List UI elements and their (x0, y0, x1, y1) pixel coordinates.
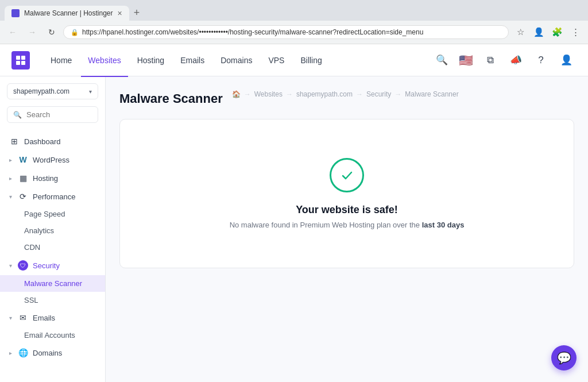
sidebar-item-hosting[interactable]: ▸ ▦ Hosting (0, 169, 105, 187)
menu-button[interactable]: ⋮ (567, 24, 583, 40)
svg-rect-3 (21, 61, 25, 65)
breadcrumb-websites[interactable]: Websites (254, 90, 283, 98)
sidebar-item-label: WordPress (33, 156, 69, 164)
account-button[interactable]: 👤 (556, 50, 577, 71)
chevron-down-icon: ▾ (9, 263, 12, 269)
sidebar-item-ssl[interactable]: SSL (0, 292, 105, 308)
chevron-down-icon: ▾ (89, 88, 92, 95)
search-box[interactable]: 🔍 (7, 106, 98, 123)
svg-rect-1 (21, 56, 25, 60)
nav-hosting[interactable]: Hosting (130, 51, 171, 70)
sidebar-item-email-accounts[interactable]: Email Accounts (0, 327, 105, 344)
browser-tabs: Malware Scanner | Hostinger × + (0, 0, 588, 21)
sidebar-item-label: Domains (33, 349, 62, 357)
sidebar: shapemypath.com ▾ 🔍 ⊞ Dashboard ▸ W Word… (0, 76, 106, 382)
address-bar[interactable]: 🔒 https://hpanel.hostinger.com/websites/… (63, 25, 509, 39)
svg-rect-0 (16, 56, 20, 60)
tab-title: Malware Scanner | Hostinger (24, 9, 113, 17)
sidebar-item-label: Dashboard (24, 137, 61, 146)
scanner-headline: Your website is safe! (296, 204, 398, 216)
sidebar-item-cdn[interactable]: CDN (0, 239, 105, 256)
language-selector[interactable]: 🇺🇸 (457, 51, 475, 70)
tab-close-button[interactable]: × (118, 9, 122, 17)
chevron-right-icon: ▸ (9, 350, 12, 356)
domains-icon: 🌐 (18, 348, 28, 357)
logo-icon (11, 51, 30, 70)
forward-button[interactable]: → (24, 24, 40, 40)
sidebar-item-dashboard[interactable]: ⊞ Dashboard (0, 132, 105, 151)
notifications-button[interactable]: 📣 (505, 50, 526, 71)
sidebar-item-wordpress[interactable]: ▸ W WordPress (0, 151, 105, 169)
sidebar-item-domains[interactable]: ▸ 🌐 Domains (0, 344, 105, 362)
sidebar-item-security[interactable]: ▾ 🛡 Security (0, 256, 105, 275)
search-button[interactable]: 🔍 (431, 50, 452, 71)
nav-actions: 🔍 🇺🇸 ⧉ 📣 ? 👤 (431, 50, 577, 71)
bookmark-button[interactable]: ☆ (512, 24, 528, 40)
sidebar-item-label: Performance (33, 192, 75, 201)
nav-domains[interactable]: Domains (214, 51, 259, 70)
performance-icon: ⟳ (18, 192, 28, 201)
breadcrumb: 🏠 → Websites → shapemypath.com → Securit… (232, 90, 459, 98)
toolbar-actions: ☆ 👤 🧩 ⋮ (512, 24, 583, 40)
emails-icon: ✉ (18, 313, 28, 322)
chevron-right-icon: ▸ (9, 157, 12, 163)
extensions-button[interactable]: 🧩 (549, 24, 565, 40)
scanner-card: Your website is safe! No malware found i… (119, 119, 574, 268)
page-title-row: Malware Scanner 🏠 → Websites → shapemypa… (119, 90, 574, 107)
page-content: Malware Scanner 🏠 → Websites → shapemypa… (106, 76, 588, 382)
chevron-right-icon: ▸ (9, 175, 12, 182)
scanner-description: No malware found in Premium Web Hosting … (230, 221, 465, 229)
hosting-icon: ▦ (18, 173, 28, 183)
nav-emails[interactable]: Emails (173, 51, 211, 70)
nav-websites[interactable]: Websites (81, 51, 127, 70)
lock-icon: 🔒 (71, 29, 79, 36)
chevron-down-icon: ▾ (9, 315, 12, 321)
search-icon: 🔍 (13, 111, 22, 119)
breadcrumb-security[interactable]: Security (366, 90, 391, 98)
reload-button[interactable]: ↻ (44, 24, 60, 40)
browser-tab[interactable]: Malware Scanner | Hostinger × (5, 6, 129, 21)
nav-home[interactable]: Home (44, 51, 79, 70)
nav-links: Home Websites Hosting Emails Domains VPS… (44, 51, 431, 70)
back-button[interactable]: ← (5, 24, 21, 40)
top-nav: Home Websites Hosting Emails Domains VPS… (0, 44, 588, 76)
sidebar-item-emails[interactable]: ▾ ✉ Emails (0, 308, 105, 327)
wordpress-icon: W (18, 155, 28, 164)
breadcrumb-domain[interactable]: shapemypath.com (296, 90, 353, 98)
logo (11, 51, 30, 70)
sidebar-item-performance[interactable]: ▾ ⟳ Performance (0, 187, 105, 206)
domain-name: shapemypath.com (13, 87, 69, 95)
sidebar-item-label: Hosting (33, 174, 58, 183)
sidebar-item-analytics[interactable]: Analytics (0, 222, 105, 239)
new-tab-button[interactable]: + (129, 5, 145, 21)
success-icon (330, 158, 364, 192)
breadcrumb-home: 🏠 (232, 90, 241, 98)
page-title: Malware Scanner (119, 91, 223, 106)
sidebar-item-label: Emails (33, 314, 55, 322)
dashboard-icon: ⊞ (9, 137, 20, 146)
sidebar-item-malware-scanner[interactable]: Malware Scanner (0, 275, 105, 292)
help-button[interactable]: ? (531, 50, 551, 71)
domain-selector[interactable]: shapemypath.com ▾ (7, 83, 98, 99)
search-input[interactable] (26, 110, 92, 119)
chat-button[interactable]: 💬 (551, 345, 577, 371)
browser-toolbar: ← → ↻ 🔒 https://hpanel.hostinger.com/web… (0, 21, 588, 44)
url-text: https://hpanel.hostinger.com/websites/••… (82, 28, 501, 36)
profile-button[interactable]: 👤 (531, 24, 547, 40)
windows-button[interactable]: ⧉ (480, 50, 501, 71)
sidebar-item-page-speed[interactable]: Page Speed (0, 206, 105, 222)
svg-rect-2 (16, 61, 20, 65)
app: Home Websites Hosting Emails Domains VPS… (0, 44, 588, 382)
main-content: shapemypath.com ▾ 🔍 ⊞ Dashboard ▸ W Word… (0, 76, 588, 382)
tab-favicon (11, 9, 20, 17)
chevron-down-icon: ▾ (9, 194, 12, 200)
breadcrumb-current: Malware Scanner (405, 90, 458, 98)
security-icon: 🛡 (18, 260, 28, 271)
nav-billing[interactable]: Billing (293, 51, 328, 70)
sidebar-item-label: Security (33, 261, 60, 270)
browser-chrome: Malware Scanner | Hostinger × + ← → ↻ 🔒 … (0, 0, 588, 44)
nav-vps[interactable]: VPS (261, 51, 291, 70)
